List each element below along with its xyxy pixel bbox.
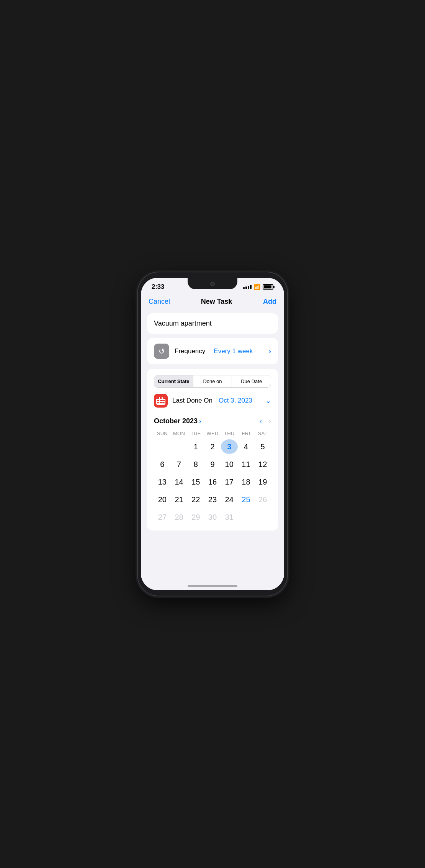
calendar-day[interactable]: 17 <box>221 475 238 489</box>
calendar-day[interactable]: 12 <box>254 457 271 472</box>
calendar-days: 1234567891011121314151617181920212223242… <box>154 439 271 524</box>
calendar-day[interactable]: 16 <box>204 475 221 489</box>
day-header-sun: SUN <box>154 431 171 436</box>
day-header-fri: FRI <box>238 431 255 436</box>
calendar-nav: ‹ › <box>260 417 271 425</box>
calendar-day[interactable]: 5 <box>254 439 271 454</box>
calendar-day[interactable]: 14 <box>171 475 188 489</box>
calendar-day[interactable]: 18 <box>238 475 255 489</box>
status-time: 2:33 <box>152 283 164 291</box>
frequency-card[interactable]: ↺ Frequency Every 1 week › <box>147 338 278 364</box>
last-done-row: Last Done On Oct 3, 2023 ⌄ <box>154 394 271 413</box>
calendar-day[interactable]: 15 <box>187 475 204 489</box>
calendar-month-label: October 2023 <box>154 417 198 425</box>
calendar-header: October 2023 › ‹ › <box>154 417 271 425</box>
tabs-row: Current State Done on Due Date <box>154 375 271 388</box>
calendar-day[interactable]: 25 <box>238 492 255 507</box>
calendar-month-chevron-icon[interactable]: › <box>199 418 201 425</box>
frequency-icon: ↺ <box>154 344 169 359</box>
screen-content[interactable]: Cancel New Task Add ↺ Frequency Every 1 … <box>141 293 284 590</box>
calendar-day[interactable]: 6 <box>154 457 171 472</box>
calendar-day[interactable]: 21 <box>171 492 188 507</box>
calendar-day[interactable]: 31 <box>221 510 238 524</box>
calendar-icon <box>154 394 168 408</box>
calendar-section: October 2023 › ‹ › SUN MON <box>154 417 271 524</box>
phone-screen: 2:33 📶 Cancel New Task Add <box>141 278 284 590</box>
frequency-chevron-icon: › <box>269 347 271 355</box>
calendar-day[interactable]: 11 <box>238 457 255 472</box>
day-header-tue: TUE <box>187 431 204 436</box>
status-icons: 📶 <box>243 284 273 290</box>
calendar-day[interactable]: 30 <box>204 510 221 524</box>
frequency-value: Every 1 week <box>214 347 253 355</box>
page-title: New Task <box>201 298 232 306</box>
home-indicator <box>188 585 237 587</box>
camera <box>210 282 215 286</box>
notch <box>188 278 237 289</box>
calendar-day[interactable]: 9 <box>204 457 221 472</box>
calendar-day[interactable]: 1 <box>187 439 204 454</box>
calendar-day[interactable]: 8 <box>187 457 204 472</box>
calendar-day <box>171 439 188 454</box>
calendar-day <box>254 510 271 524</box>
calendar-day[interactable]: 22 <box>187 492 204 507</box>
task-name-card <box>147 313 278 334</box>
calendar-day[interactable]: 26 <box>254 492 271 507</box>
calendar-next-button[interactable]: › <box>269 417 271 425</box>
calendar-day[interactable]: 20 <box>154 492 171 507</box>
calendar-day <box>238 510 255 524</box>
cancel-button[interactable]: Cancel <box>149 298 170 306</box>
calendar-day[interactable]: 2 <box>204 439 221 454</box>
calendar-day[interactable]: 23 <box>204 492 221 507</box>
day-header-sat: SAT <box>254 431 271 436</box>
calendar-day[interactable]: 28 <box>171 510 188 524</box>
last-done-chevron-icon[interactable]: ⌄ <box>265 396 271 405</box>
frequency-label: Frequency <box>175 347 205 355</box>
add-button[interactable]: Add <box>263 298 276 306</box>
content-area: ↺ Frequency Every 1 week › Current State… <box>141 310 284 534</box>
task-name-input[interactable] <box>154 319 271 328</box>
day-header-mon: MON <box>171 431 188 436</box>
tab-due-date[interactable]: Due Date <box>232 375 271 387</box>
calendar-day[interactable]: 4 <box>238 439 255 454</box>
wifi-icon: 📶 <box>254 284 260 290</box>
calendar-day[interactable]: 24 <box>221 492 238 507</box>
state-card: Current State Done on Due Date <box>147 369 278 531</box>
tab-done-on[interactable]: Done on <box>193 375 232 387</box>
phone-frame: 2:33 📶 Cancel New Task Add <box>138 272 287 596</box>
calendar-day[interactable]: 10 <box>221 457 238 472</box>
day-header-thu: THU <box>221 431 238 436</box>
nav-bar: Cancel New Task Add <box>141 293 284 310</box>
last-done-label: Last Done On <box>172 397 212 405</box>
calendar-day-headers: SUN MON TUE WED THU FRI SAT <box>154 431 271 436</box>
tab-current-state[interactable]: Current State <box>154 375 193 387</box>
calendar-day[interactable]: 27 <box>154 510 171 524</box>
last-done-date: Oct 3, 2023 <box>219 397 252 405</box>
calendar-prev-button[interactable]: ‹ <box>260 417 262 425</box>
calendar-day[interactable]: 13 <box>154 475 171 489</box>
calendar-grid: SUN MON TUE WED THU FRI SAT 123456789101… <box>154 431 271 524</box>
calendar-day <box>154 439 171 454</box>
calendar-day[interactable]: 29 <box>187 510 204 524</box>
calendar-month-title: October 2023 › <box>154 417 201 425</box>
calendar-day[interactable]: 19 <box>254 475 271 489</box>
calendar-day[interactable]: 3 <box>221 439 238 454</box>
signal-icon <box>243 285 252 289</box>
calendar-day[interactable]: 7 <box>171 457 188 472</box>
battery-icon <box>263 284 273 290</box>
day-header-wed: WED <box>204 431 221 436</box>
